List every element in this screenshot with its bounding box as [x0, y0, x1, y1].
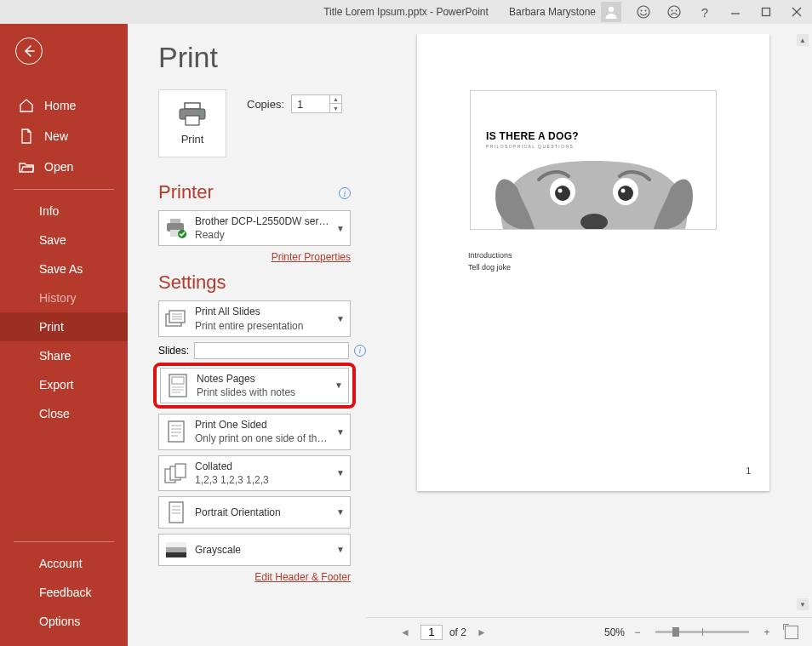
- sides-desc: Only print on one side of th…: [195, 432, 329, 445]
- scroll-down-arrow[interactable]: ▼: [797, 598, 809, 610]
- slide-title: IS THERE A DOG?: [486, 130, 579, 142]
- chevron-down-icon: ▼: [336, 224, 345, 233]
- sidebar-label: Home: [44, 99, 76, 112]
- orientation-title: Portrait Orientation: [195, 506, 329, 519]
- backstage-sidebar: Home New Open Info Save Save As History …: [0, 24, 128, 646]
- sidebar-item-print[interactable]: Print: [0, 312, 128, 341]
- chevron-down-icon: ▼: [335, 380, 343, 390]
- sidebar-label: Feedback: [39, 586, 91, 599]
- zoom-slider[interactable]: [655, 631, 749, 633]
- printer-status-icon: [164, 216, 188, 240]
- svg-point-50: [621, 189, 626, 193]
- print-range-title: Print All Slides: [195, 305, 329, 318]
- svg-point-6: [676, 10, 678, 12]
- sidebar-item-close[interactable]: Close: [0, 399, 128, 428]
- svg-point-15: [201, 111, 203, 112]
- sidebar-item-saveas[interactable]: Save As: [0, 254, 128, 283]
- svg-point-2: [641, 10, 643, 12]
- printer-heading: Printer: [158, 181, 214, 203]
- svg-rect-30: [169, 421, 184, 442]
- svg-rect-43: [166, 547, 186, 552]
- zoom-out-button[interactable]: −: [632, 626, 643, 638]
- svg-point-47: [555, 186, 570, 201]
- sidebar-item-home[interactable]: Home: [0, 90, 128, 121]
- preview-pane: IS THERE A DOG? PHILOSOPHICAL QUESTIONS: [366, 24, 812, 646]
- print-range-selector[interactable]: Print All Slides Print entire presentati…: [158, 300, 351, 336]
- back-button[interactable]: [15, 37, 43, 65]
- printer-name: Brother DCP-L2550DW serie…: [195, 214, 329, 228]
- sidebar-item-open[interactable]: Open: [0, 151, 128, 182]
- layout-selector[interactable]: Notes Pages Print slides with notes ▼: [153, 363, 356, 409]
- svg-point-1: [638, 6, 649, 18]
- one-sided-icon: [164, 420, 188, 443]
- slides-stack-icon: [164, 307, 188, 331]
- maximize-button[interactable]: [751, 0, 781, 24]
- printer-selector[interactable]: Brother DCP-L2550DW serie… Ready ▼: [158, 210, 351, 246]
- next-page-button[interactable]: ►: [473, 626, 490, 638]
- sidebar-item-info[interactable]: Info: [0, 197, 128, 226]
- sidebar-item-save[interactable]: Save: [0, 226, 128, 254]
- svg-point-5: [672, 10, 673, 12]
- sidebar-item-feedback[interactable]: Feedback: [0, 578, 128, 607]
- zoom-in-button[interactable]: +: [761, 626, 773, 638]
- copies-value: 1: [292, 98, 329, 111]
- sides-selector[interactable]: Print One Sided Only print on one side o…: [158, 414, 351, 449]
- sidebar-item-new[interactable]: New: [0, 121, 128, 151]
- current-page-input[interactable]: [420, 625, 443, 640]
- preview-statusbar: ◄ of 2 ► 50% − +: [366, 617, 812, 646]
- svg-point-48: [618, 186, 633, 201]
- collated-icon: [164, 461, 188, 485]
- sidebar-label: Info: [39, 204, 59, 218]
- open-folder-icon: [19, 159, 34, 174]
- svg-rect-37: [175, 464, 186, 477]
- svg-rect-42: [166, 542, 186, 547]
- print-button[interactable]: Print: [158, 89, 226, 157]
- copies-label: Copies:: [247, 98, 284, 111]
- sidebar-item-account[interactable]: Account: [0, 549, 128, 578]
- settings-heading: Settings: [158, 272, 366, 294]
- sidebar-label: New: [44, 129, 68, 143]
- print-options-pane: Print Print Copies: 1 ▲▼ P: [128, 24, 366, 646]
- edit-header-footer-link[interactable]: Edit Header & Footer: [254, 571, 351, 583]
- user-avatar[interactable]: [601, 2, 621, 22]
- portrait-icon: [164, 500, 188, 524]
- svg-point-4: [668, 6, 680, 18]
- feedback-frown-icon[interactable]: [659, 0, 689, 24]
- speaker-notes: Introductions Tell dog joke: [468, 250, 744, 273]
- feedback-smile-icon[interactable]: [628, 0, 659, 24]
- sidebar-label: Save: [39, 233, 66, 247]
- note-line: Tell dog joke: [468, 262, 744, 274]
- copies-input[interactable]: 1 ▲▼: [291, 94, 342, 113]
- orientation-selector[interactable]: Portrait Orientation ▼: [158, 496, 351, 529]
- sidebar-item-share[interactable]: Share: [0, 341, 128, 370]
- minimize-button[interactable]: [720, 0, 751, 24]
- collate-selector[interactable]: Collated 1,2,3 1,2,3 1,2,3 ▼: [158, 455, 351, 491]
- info-icon[interactable]: i: [354, 345, 366, 357]
- notes-page-icon: [166, 374, 190, 397]
- svg-rect-44: [166, 552, 186, 557]
- info-icon[interactable]: i: [339, 187, 351, 199]
- new-file-icon: [19, 129, 34, 144]
- help-icon[interactable]: ?: [689, 0, 720, 24]
- color-title: Grayscale: [195, 543, 329, 557]
- svg-rect-12: [185, 103, 200, 109]
- scroll-up-arrow[interactable]: ▲: [797, 34, 809, 46]
- fit-to-window-button[interactable]: [785, 626, 798, 639]
- color-selector[interactable]: Grayscale ▼: [158, 534, 351, 566]
- slides-input[interactable]: [194, 342, 349, 359]
- sidebar-item-history[interactable]: History: [0, 283, 128, 312]
- printer-status: Ready: [195, 228, 329, 242]
- svg-rect-8: [763, 9, 770, 16]
- page-number: 1: [746, 466, 751, 476]
- prev-page-button[interactable]: ◄: [397, 626, 414, 638]
- home-icon: [19, 98, 34, 113]
- copies-spinner[interactable]: ▲▼: [329, 94, 341, 113]
- vertical-scrollbar[interactable]: ▲ ▼: [797, 34, 809, 610]
- svg-point-0: [609, 7, 614, 12]
- total-pages: of 2: [449, 626, 466, 638]
- sidebar-item-export[interactable]: Export: [0, 370, 128, 399]
- close-button[interactable]: [781, 0, 812, 24]
- printer-properties-link[interactable]: Printer Properties: [272, 251, 351, 263]
- sidebar-item-options[interactable]: Options: [0, 607, 128, 636]
- svg-rect-14: [186, 116, 199, 125]
